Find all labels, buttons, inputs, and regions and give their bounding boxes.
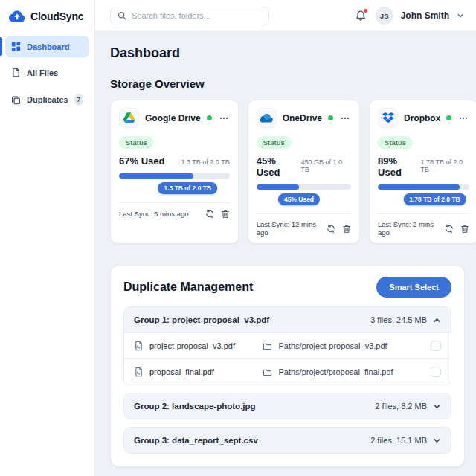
provider-name: OneDrive	[283, 113, 322, 123]
search-icon	[118, 11, 126, 20]
storage-progress-fill	[378, 184, 460, 190]
group-meta: 3 files, 24.5 MB	[370, 315, 427, 324]
connected-status-dot	[207, 115, 212, 120]
group-label: Group 3: data_report_sept.csv	[134, 436, 258, 445]
dropbox-icon	[378, 108, 398, 128]
sidebar-item-all-files[interactable]: All Files	[5, 62, 89, 83]
file-select-checkbox[interactable]	[431, 367, 441, 377]
connected-status-dot	[446, 115, 451, 120]
refresh-sync-icon[interactable]	[205, 209, 214, 219]
refresh-sync-icon[interactable]	[445, 224, 454, 234]
more-options-icon[interactable]	[457, 115, 469, 121]
storage-progress-fill	[257, 184, 299, 190]
avatar[interactable]: JS	[376, 7, 393, 25]
file-name: proposal_final.pdf	[149, 367, 214, 376]
storage-progress-bar	[257, 184, 351, 190]
file-path: Paths/project-proposal_v3.pdf	[278, 341, 387, 350]
trash-icon[interactable]	[342, 224, 351, 234]
duplicate-management-title: Duplicate Management	[123, 280, 253, 294]
storage-card-google-drive: Google Drive Status 67% Used 1.3 TB of 2…	[110, 100, 239, 244]
chevron-down-icon[interactable]	[433, 402, 441, 411]
provider-name: Google Drive	[145, 113, 201, 123]
search-box[interactable]	[110, 7, 269, 25]
duplicates-count-badge: 7	[74, 94, 83, 106]
storage-progress-bar	[119, 173, 230, 178]
notifications-bell-icon[interactable]	[353, 8, 368, 23]
sidebar-item-dashboard[interactable]: Dashboard	[5, 36, 89, 57]
storage-tooltip-pill: 1.78 TB of 2.0 TB	[403, 193, 466, 205]
user-name: John Smith	[401, 10, 449, 21]
chevron-down-icon[interactable]	[457, 12, 464, 19]
provider-name: Dropbox	[404, 113, 440, 123]
more-options-icon[interactable]	[218, 115, 230, 121]
duplicate-group-3: Group 3: data_report_sept.csv 2 files, 1…	[123, 427, 451, 454]
sidebar: CloudSync Dashboard All Files	[0, 0, 95, 476]
capacity-label: 1.78 TB of 2.0 TB	[421, 158, 470, 173]
group-label: Group 1: project-proposal_v3.pdf	[134, 315, 269, 324]
connected-status-dot	[328, 115, 333, 120]
status-badge: Status	[119, 136, 154, 149]
last-sync-label: Last Sync: 2 mins ago	[378, 220, 445, 237]
storage-cards: Google Drive Status 67% Used 1.3 TB of 2…	[110, 100, 465, 244]
sidebar-nav: Dashboard All Files Duplicates 7	[0, 34, 94, 113]
duplicate-group-header[interactable]: Group 3: data_report_sept.csv 2 files, 1…	[124, 428, 451, 453]
used-percent-label: 89% Used	[378, 155, 421, 178]
storage-card-dropbox: Dropbox Status 89% Used 1.78 TB of 2.0 T…	[369, 100, 476, 244]
onedrive-icon	[257, 108, 277, 128]
chevron-up-icon[interactable]	[433, 316, 441, 324]
cloudsync-logo-icon	[9, 10, 25, 22]
google-drive-icon	[119, 108, 139, 128]
last-sync-label: Last Sync: 5 mins ago	[119, 210, 188, 218]
search-input[interactable]	[132, 11, 262, 20]
trash-icon[interactable]	[221, 209, 230, 219]
page-title: Dashboard	[110, 45, 465, 61]
folder-icon	[263, 342, 272, 350]
sidebar-item-label: Dashboard	[27, 42, 69, 51]
storage-tooltip-pill: 45% Used	[278, 193, 320, 205]
file-icon	[11, 68, 21, 77]
sidebar-item-duplicates[interactable]: Duplicates 7	[5, 88, 89, 112]
smart-select-button[interactable]: Smart Select	[376, 277, 451, 298]
app-logo: CloudSync	[0, 0, 94, 34]
file-select-checkbox[interactable]	[431, 341, 441, 351]
group-meta: 2 files, 15.1 MB	[370, 436, 427, 445]
duplicate-group-header[interactable]: Group 1: project-proposal_v3.pdf 3 files…	[124, 307, 451, 332]
status-badge: Status	[378, 136, 413, 149]
trash-icon[interactable]	[460, 224, 469, 234]
storage-card-onedrive: OneDrive Status 45% Used 450 GB of 1.0 T…	[248, 100, 360, 244]
duplicate-file-row: project-proposal_v3.pdf Paths/project-pr…	[124, 332, 451, 358]
group-meta: 2 files, 8.2 MB	[375, 402, 427, 411]
pdf-file-icon	[134, 341, 144, 351]
sidebar-item-label: All Files	[27, 68, 58, 77]
capacity-label: 450 GB of 1.0 TB	[300, 158, 351, 173]
refresh-sync-icon[interactable]	[327, 224, 335, 234]
pdf-file-icon	[134, 367, 144, 377]
group-label: Group 2: landscape-photo.jpg	[134, 402, 256, 411]
duplicate-group-header[interactable]: Group 2: landscape-photo.jpg 2 files, 8.…	[124, 393, 451, 419]
duplicate-group-1: Group 1: project-proposal_v3.pdf 3 files…	[123, 306, 451, 385]
duplicates-copy-icon	[11, 95, 21, 105]
folder-icon	[263, 368, 272, 376]
status-badge: Status	[257, 136, 292, 149]
dashboard-grid-icon	[11, 42, 21, 51]
content: Dashboard Storage Overview Google Drive	[95, 32, 476, 476]
capacity-label: 1.3 TB of 2.0 TB	[181, 158, 229, 166]
topbar-right: JS John Smith	[353, 7, 464, 25]
chevron-down-icon[interactable]	[433, 437, 441, 445]
storage-overview-title: Storage Overview	[110, 77, 465, 90]
used-percent-label: 67% Used	[119, 155, 164, 167]
more-options-icon[interactable]	[339, 115, 351, 121]
top-bar: JS John Smith	[95, 0, 476, 32]
main-area: JS John Smith Dashboard Storage Overview	[95, 0, 476, 476]
sidebar-item-label: Duplicates	[27, 95, 68, 104]
duplicate-management-panel: Duplicate Management Smart Select Group …	[110, 265, 465, 467]
file-path: Paths/project/proposal_final.pdf	[278, 367, 393, 376]
file-name: project-proposal_v3.pdf	[149, 341, 235, 350]
storage-progress-bar	[378, 184, 469, 190]
app-name: CloudSync	[30, 10, 83, 22]
last-sync-label: Last Sync: 12 mins ago	[257, 220, 327, 237]
storage-progress-fill	[119, 173, 193, 178]
notification-dot	[363, 8, 368, 13]
duplicate-group-2: Group 2: landscape-photo.jpg 2 files, 8.…	[123, 393, 451, 419]
duplicate-file-row: proposal_final.pdf Paths/project/proposa…	[124, 358, 451, 385]
